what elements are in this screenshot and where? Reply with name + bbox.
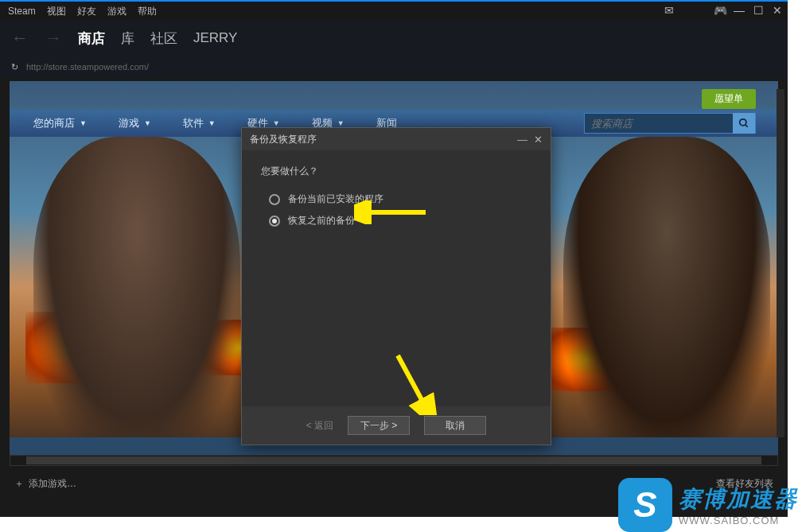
dialog-minimize-button[interactable]: — (517, 134, 527, 146)
chevron-down-icon: ▼ (273, 119, 280, 127)
cancel-button[interactable]: 取消 (424, 416, 486, 435)
reload-icon[interactable]: ↻ (11, 62, 18, 72)
add-game-button[interactable]: ＋ 添加游戏… (14, 477, 76, 491)
chevron-down-icon: ▼ (208, 119, 216, 127)
nav-forward-button[interactable]: → (45, 28, 62, 49)
store-nav-yourstore[interactable]: 您的商店 ▼ (18, 116, 103, 130)
menu-friends[interactable]: 好友 (77, 5, 96, 18)
mail-icon[interactable]: ✉ (664, 5, 675, 16)
back-button: < 返回 (306, 419, 333, 433)
svg-point-0 (740, 119, 746, 126)
steam-main-window: Steam 视图 好友 游戏 帮助 ✉ 🎮 — ☐ ✕ ← → 商店 库 社区 … (0, 0, 788, 517)
menu-games[interactable]: 游戏 (107, 5, 127, 18)
search-icon (738, 118, 749, 129)
wishlist-button[interactable]: 愿望单 (702, 89, 756, 109)
search-button[interactable] (733, 113, 755, 134)
chevron-down-icon: ▼ (80, 119, 87, 127)
dialog-body: 您要做什么？ 备份当前已安装的程序 恢复之前的备份 (242, 150, 551, 406)
store-nav-label: 游戏 (119, 116, 139, 130)
nav-library[interactable]: 库 (121, 29, 134, 48)
add-game-label: 添加游戏… (29, 477, 76, 491)
dialog-prompt: 您要做什么？ (261, 165, 531, 178)
maximize-button[interactable]: ☐ (753, 5, 764, 16)
menu-steam[interactable]: Steam (8, 6, 36, 17)
radio-option-restore[interactable]: 恢复之前的备份 (261, 214, 531, 227)
store-nav-games[interactable]: 游戏 ▼ (103, 116, 167, 130)
nav-profile[interactable]: JERRY (193, 30, 237, 46)
nav-store[interactable]: 商店 (78, 29, 105, 48)
nav-community[interactable]: 社区 (150, 29, 177, 48)
radio-label: 恢复之前的备份 (288, 214, 355, 227)
vertical-scrollbar[interactable] (777, 89, 784, 437)
search-box (584, 113, 756, 134)
scrollbar-thumb[interactable] (26, 456, 761, 464)
watermark-url: WWW.SAIBO.COM (679, 515, 798, 526)
chevron-down-icon: ▼ (337, 119, 345, 127)
dialog-title-text: 备份及恢复程序 (250, 133, 317, 146)
radio-icon (269, 216, 280, 227)
next-button[interactable]: 下一步 > (348, 416, 410, 435)
dialog-close-button[interactable]: ✕ (534, 134, 543, 146)
watermark: S 赛博加速器 WWW.SAIBO.COM (618, 478, 798, 532)
dialog-footer: < 返回 下一步 > 取消 (242, 406, 551, 445)
chevron-down-icon: ▼ (144, 119, 151, 127)
store-nav-software[interactable]: 软件 ▼ (167, 116, 232, 130)
radio-label: 备份当前已安装的程序 (288, 192, 383, 206)
close-button[interactable]: ✕ (772, 5, 783, 16)
backup-restore-dialog: 备份及恢复程序 — ✕ 您要做什么？ 备份当前已安装的程序 恢复之前的备份 < … (241, 127, 551, 445)
dialog-titlebar: 备份及恢复程序 — ✕ (242, 128, 551, 150)
plus-icon: ＋ (14, 477, 24, 491)
watermark-title: 赛博加速器 (679, 484, 798, 515)
url-bar: ↻ http://store.steampowered.com/ (0, 56, 788, 78)
main-navbar: ← → 商店 库 社区 JERRY (0, 21, 788, 56)
gamepad-icon[interactable]: 🎮 (714, 5, 726, 16)
horizontal-scrollbar[interactable] (10, 455, 778, 466)
search-input[interactable] (585, 118, 733, 130)
minimize-button[interactable]: — (734, 5, 745, 16)
menu-help[interactable]: 帮助 (138, 5, 157, 18)
menu-view[interactable]: 视图 (47, 5, 66, 18)
store-nav-label: 软件 (183, 116, 204, 130)
nav-back-button[interactable]: ← (11, 28, 29, 49)
watermark-logo-icon: S (618, 478, 672, 532)
radio-icon (269, 194, 280, 205)
url-text: http://store.steampowered.com/ (26, 62, 149, 72)
store-nav-label: 您的商店 (33, 116, 75, 130)
svg-line-1 (745, 125, 748, 127)
radio-option-backup[interactable]: 备份当前已安装的程序 (261, 192, 531, 206)
window-controls: ✉ 🎮 — ☐ ✕ (664, 5, 783, 16)
